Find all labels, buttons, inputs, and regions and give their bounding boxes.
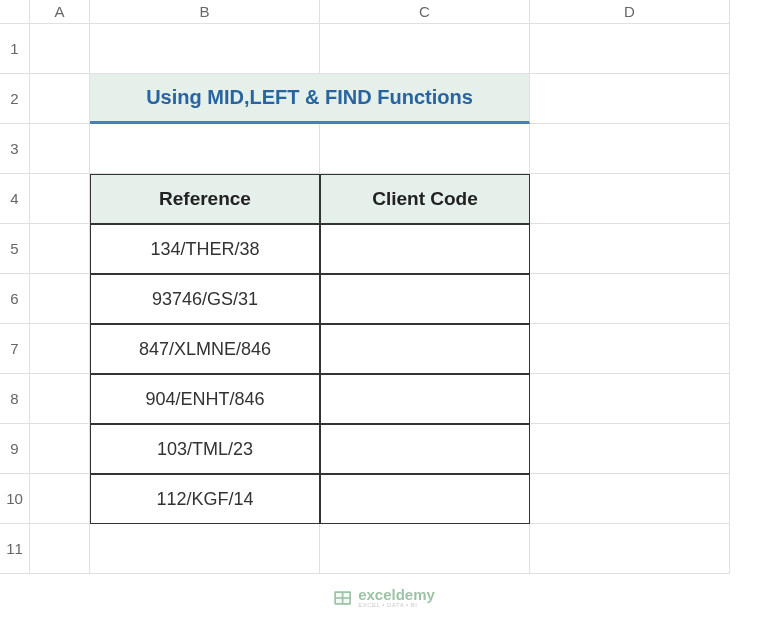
col-header-c[interactable]: C xyxy=(320,0,530,24)
svg-rect-2 xyxy=(343,593,349,597)
table-row[interactable]: 112/KGF/14 xyxy=(90,474,320,524)
cell-a6[interactable] xyxy=(30,274,90,324)
cell-c1[interactable] xyxy=(320,24,530,74)
select-all-corner[interactable] xyxy=(0,0,30,24)
table-row[interactable]: 103/TML/23 xyxy=(90,424,320,474)
row-header-1[interactable]: 1 xyxy=(0,24,30,74)
cell-a7[interactable] xyxy=(30,324,90,374)
cell-d3[interactable] xyxy=(530,124,730,174)
cell-a2[interactable] xyxy=(30,74,90,124)
cell-a11[interactable] xyxy=(30,524,90,574)
svg-rect-3 xyxy=(335,598,341,602)
watermark-text: exceldemy EXCEL • DATA • BI xyxy=(358,587,435,608)
cell-d2[interactable] xyxy=(530,74,730,124)
table-row[interactable]: 847/XLMNE/846 xyxy=(90,324,320,374)
cell-d6[interactable] xyxy=(530,274,730,324)
row-header-10[interactable]: 10 xyxy=(0,474,30,524)
cell-b11[interactable] xyxy=(90,524,320,574)
table-row[interactable] xyxy=(320,274,530,324)
svg-rect-4 xyxy=(343,598,349,602)
cell-a1[interactable] xyxy=(30,24,90,74)
table-row[interactable]: 134/THER/38 xyxy=(90,224,320,274)
cell-b1[interactable] xyxy=(90,24,320,74)
cell-a9[interactable] xyxy=(30,424,90,474)
cell-d8[interactable] xyxy=(530,374,730,424)
svg-rect-1 xyxy=(335,593,341,597)
cell-d7[interactable] xyxy=(530,324,730,374)
row-header-3[interactable]: 3 xyxy=(0,124,30,174)
table-row[interactable] xyxy=(320,224,530,274)
cell-d4[interactable] xyxy=(530,174,730,224)
table-row[interactable] xyxy=(320,474,530,524)
row-header-2[interactable]: 2 xyxy=(0,74,30,124)
title-cell[interactable]: Using MID,LEFT & FIND Functions xyxy=(90,74,530,124)
row-header-8[interactable]: 8 xyxy=(0,374,30,424)
cell-d5[interactable] xyxy=(530,224,730,274)
table-header-reference[interactable]: Reference xyxy=(90,174,320,224)
cell-d9[interactable] xyxy=(530,424,730,474)
row-header-11[interactable]: 11 xyxy=(0,524,30,574)
cell-a5[interactable] xyxy=(30,224,90,274)
cell-a10[interactable] xyxy=(30,474,90,524)
table-row[interactable] xyxy=(320,374,530,424)
table-row[interactable] xyxy=(320,424,530,474)
cell-a4[interactable] xyxy=(30,174,90,224)
cell-d11[interactable] xyxy=(530,524,730,574)
watermark: exceldemy EXCEL • DATA • BI xyxy=(332,587,435,608)
row-header-5[interactable]: 5 xyxy=(0,224,30,274)
table-header-client-code[interactable]: Client Code xyxy=(320,174,530,224)
cell-a3[interactable] xyxy=(30,124,90,174)
row-header-4[interactable]: 4 xyxy=(0,174,30,224)
watermark-tagline: EXCEL • DATA • BI xyxy=(358,602,435,608)
spreadsheet-grid: A B C D 1 2 Using MID,LEFT & FIND Functi… xyxy=(0,0,767,574)
col-header-b[interactable]: B xyxy=(90,0,320,24)
cell-d10[interactable] xyxy=(530,474,730,524)
cell-a8[interactable] xyxy=(30,374,90,424)
cell-c3[interactable] xyxy=(320,124,530,174)
cell-b3[interactable] xyxy=(90,124,320,174)
row-header-6[interactable]: 6 xyxy=(0,274,30,324)
col-header-a[interactable]: A xyxy=(30,0,90,24)
cell-c11[interactable] xyxy=(320,524,530,574)
row-header-7[interactable]: 7 xyxy=(0,324,30,374)
cell-d1[interactable] xyxy=(530,24,730,74)
table-row[interactable] xyxy=(320,324,530,374)
watermark-brand: exceldemy xyxy=(358,587,435,602)
col-header-d[interactable]: D xyxy=(530,0,730,24)
table-row[interactable]: 904/ENHT/846 xyxy=(90,374,320,424)
table-row[interactable]: 93746/GS/31 xyxy=(90,274,320,324)
excel-icon xyxy=(332,588,352,608)
row-header-9[interactable]: 9 xyxy=(0,424,30,474)
